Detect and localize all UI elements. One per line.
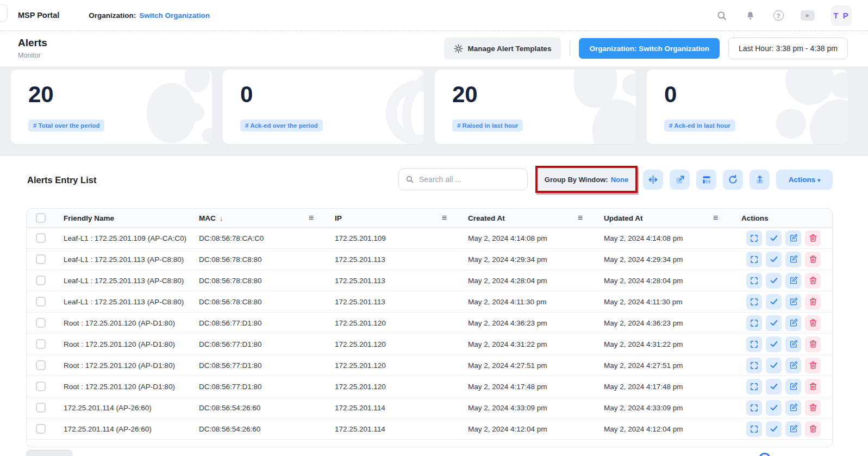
- col-updated-at[interactable]: Updated At: [604, 214, 643, 222]
- page-size-selector[interactable]: [26, 450, 72, 456]
- column-menu-icon[interactable]: ≡: [442, 214, 447, 222]
- delete-trash-icon[interactable]: [805, 336, 821, 352]
- user-avatar[interactable]: T P: [831, 5, 852, 26]
- search-icon: [405, 175, 414, 184]
- group-by-window-highlight: Group By Window: None: [535, 166, 638, 193]
- stat-value: 0: [664, 82, 677, 108]
- col-friendly-name[interactable]: Friendly Name: [64, 214, 114, 222]
- edit-icon[interactable]: [785, 358, 801, 373]
- acknowledge-check-icon[interactable]: [766, 230, 782, 246]
- row-checkbox[interactable]: [36, 254, 46, 264]
- scroll-indicator[interactable]: [759, 453, 771, 456]
- acknowledge-check-icon[interactable]: [766, 294, 782, 310]
- acknowledge-check-icon[interactable]: [766, 336, 782, 352]
- expand-icon[interactable]: [746, 379, 762, 395]
- expand-icon[interactable]: [746, 421, 762, 437]
- delete-trash-icon[interactable]: [805, 315, 821, 331]
- cell-updated-at: May 2, 2024 4:33:09 pm: [590, 404, 726, 412]
- table-row: Root : 172.25.201.120 (AP-D1:80) DC:08:5…: [27, 376, 832, 397]
- expand-icon[interactable]: [746, 336, 762, 352]
- stats-strip: 20 # Total over the period 0 # Ack-ed ov…: [0, 66, 868, 156]
- expand-icon[interactable]: [746, 273, 762, 289]
- expand-icon[interactable]: [746, 315, 762, 331]
- column-menu-icon[interactable]: ≡: [578, 214, 583, 222]
- delete-trash-icon[interactable]: [805, 230, 821, 246]
- cell-created-at: May 2, 2024 4:17:48 pm: [454, 383, 590, 391]
- open-external-icon[interactable]: [670, 170, 690, 190]
- delete-trash-icon[interactable]: [805, 294, 821, 310]
- row-checkbox[interactable]: [36, 424, 46, 434]
- table-row: 172.25.201.114 (AP-26:60) DC:08:56:54:26…: [27, 397, 832, 418]
- time-range-button[interactable]: Last Hour: 3:38 pm - 4:38 pm: [728, 38, 848, 59]
- expand-icon[interactable]: [746, 400, 762, 416]
- sidebar-toggle[interactable]: [0, 4, 8, 22]
- organization-filter-button[interactable]: Organization: Switch Organization: [579, 38, 720, 59]
- cell-created-at: May 2, 2024 4:12:04 pm: [454, 425, 590, 433]
- row-checkbox[interactable]: [36, 318, 46, 328]
- page-subtitle: Monitor: [18, 52, 41, 59]
- stat-card-acked-hour: 0 # Ack-ed in last hour: [647, 70, 848, 144]
- expand-icon[interactable]: [746, 230, 762, 246]
- group-by-window-button[interactable]: Group By Window: None: [545, 176, 628, 184]
- manage-alert-templates-button[interactable]: Manage Alert Templates: [444, 38, 561, 59]
- expand-icon[interactable]: [746, 294, 762, 310]
- acknowledge-check-icon[interactable]: [766, 421, 782, 437]
- export-icon[interactable]: [750, 170, 770, 190]
- row-checkbox[interactable]: [36, 403, 46, 413]
- select-all-checkbox[interactable]: [36, 213, 46, 223]
- search-icon[interactable]: [716, 10, 728, 22]
- delete-trash-icon[interactable]: [805, 252, 821, 267]
- search-input[interactable]: [419, 175, 521, 184]
- row-checkbox[interactable]: [36, 360, 46, 370]
- column-resize-icon[interactable]: [643, 170, 663, 190]
- cell-mac: DC:08:56:78:CA:C0: [190, 234, 321, 242]
- row-checkbox[interactable]: [36, 382, 46, 391]
- columns-icon[interactable]: [696, 170, 716, 190]
- column-menu-icon[interactable]: ≡: [713, 214, 718, 222]
- row-checkbox[interactable]: [36, 233, 46, 243]
- edit-icon[interactable]: [785, 400, 801, 416]
- edit-icon[interactable]: [785, 273, 801, 289]
- col-ip[interactable]: IP: [335, 214, 342, 222]
- cell-ip: 172.25.201.109: [321, 234, 454, 242]
- expand-icon[interactable]: [746, 358, 762, 373]
- delete-trash-icon[interactable]: [805, 273, 821, 289]
- row-checkbox[interactable]: [36, 276, 46, 285]
- actions-dropdown-button[interactable]: Actions▾: [776, 170, 833, 190]
- row-checkbox[interactable]: [36, 297, 46, 307]
- table-row: Leaf-L1 : 172.25.201.113 (AP-C8:80) DC:0…: [27, 249, 832, 270]
- refresh-icon[interactable]: [723, 170, 743, 190]
- delete-trash-icon[interactable]: [805, 379, 821, 395]
- cell-updated-at: May 2, 2024 4:31:22 pm: [590, 340, 726, 348]
- edit-icon[interactable]: [785, 230, 801, 246]
- expand-icon[interactable]: [746, 252, 762, 267]
- acknowledge-check-icon[interactable]: [766, 358, 782, 373]
- edit-icon[interactable]: [785, 379, 801, 395]
- delete-trash-icon[interactable]: [805, 421, 821, 437]
- delete-trash-icon[interactable]: [805, 400, 821, 416]
- acknowledge-check-icon[interactable]: [766, 315, 782, 331]
- acknowledge-check-icon[interactable]: [766, 252, 782, 267]
- acknowledge-check-icon[interactable]: [766, 379, 782, 395]
- table-row: Leaf-L1 : 172.25.201.109 (AP-CA:C0) DC:0…: [27, 228, 832, 249]
- edit-icon[interactable]: [785, 336, 801, 352]
- edit-icon[interactable]: [785, 315, 801, 331]
- row-checkbox[interactable]: [36, 339, 46, 349]
- gear-icon: [454, 44, 463, 53]
- edit-icon[interactable]: [785, 421, 801, 437]
- page-header: Alerts Monitor Manage Alert Templates Or…: [0, 32, 868, 66]
- cell-updated-at: May 2, 2024 4:27:51 pm: [590, 361, 726, 370]
- col-created-at[interactable]: Created At: [468, 214, 505, 222]
- switch-organization-link[interactable]: Switch Organization: [139, 11, 210, 20]
- delete-trash-icon[interactable]: [805, 358, 821, 373]
- col-mac[interactable]: MAC↓: [199, 214, 223, 222]
- help-icon[interactable]: ?: [772, 10, 784, 22]
- cell-created-at: May 2, 2024 4:14:08 pm: [454, 234, 590, 242]
- tutorial-play-icon[interactable]: ▶: [801, 10, 815, 21]
- acknowledge-check-icon[interactable]: [766, 273, 782, 289]
- edit-icon[interactable]: [785, 294, 801, 310]
- acknowledge-check-icon[interactable]: [766, 400, 782, 416]
- column-menu-icon[interactable]: ≡: [309, 214, 314, 222]
- edit-icon[interactable]: [785, 252, 801, 267]
- notifications-bell-icon[interactable]: [744, 10, 756, 22]
